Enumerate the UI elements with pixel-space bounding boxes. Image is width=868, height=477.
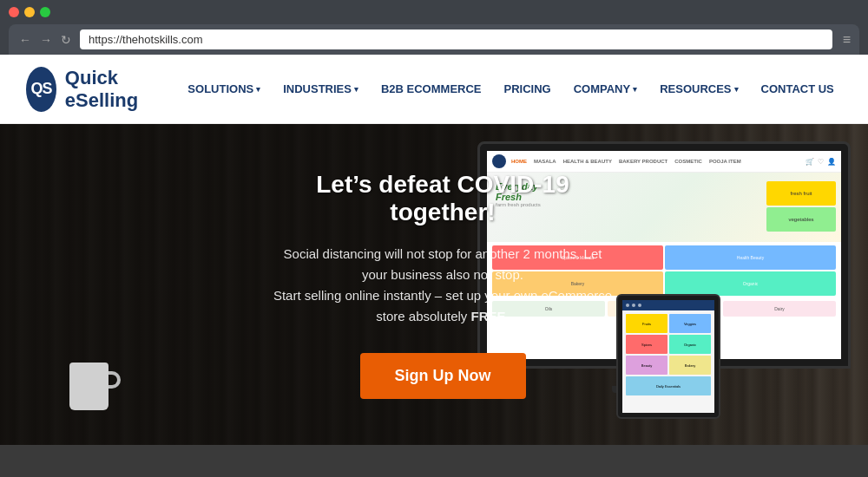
coffee-mug xyxy=(69,363,108,410)
browser-frame: ← → ↻ https://thehotskills.com ≡ xyxy=(0,0,868,55)
traffic-lights xyxy=(9,7,859,24)
chevron-down-icon: ▾ xyxy=(354,85,358,94)
browser-menu-icon[interactable]: ≡ xyxy=(843,32,851,48)
minimize-button[interactable] xyxy=(24,7,35,17)
brand-name: Quick eSelling xyxy=(65,67,154,112)
logo-icon: QS xyxy=(26,67,56,112)
chevron-down-icon: ▾ xyxy=(734,85,739,94)
hero-title: Let’s defeat COVID-19 together! xyxy=(269,171,616,226)
signup-button[interactable]: Sign Up Now xyxy=(360,353,526,399)
hero-content: Let’s defeat COVID-19 together! Social d… xyxy=(200,171,668,399)
chevron-down-icon: ▾ xyxy=(633,85,637,94)
screen-nav-pooja: POOJA ITEM xyxy=(709,159,741,164)
hero-subtitle: Social distancing will not stop for anot… xyxy=(269,244,616,327)
nav-menu: SOLUTIONS ▾ INDUSTRIES ▾ B2B ECOMMERCE P… xyxy=(179,77,842,101)
screen-nav-health: HEALTH & BEAUTY xyxy=(563,159,612,164)
screen-nav-items: HOME MASALA HEALTH & BEAUTY BAKERY PRODU… xyxy=(511,159,741,164)
address-bar[interactable]: https://thehotskills.com xyxy=(80,29,832,49)
browser-toolbar: ← → ↻ https://thehotskills.com ≡ xyxy=(9,24,859,55)
mug-body xyxy=(69,363,108,410)
nav-item-pricing[interactable]: PRICING xyxy=(496,77,560,101)
screen-nav-cosmetic: COSMETIC xyxy=(674,159,702,164)
chevron-down-icon: ▾ xyxy=(256,85,260,94)
nav-item-resources[interactable]: RESOURCES ▾ xyxy=(651,77,746,101)
tablet-product-4: Organic xyxy=(669,335,711,354)
back-button[interactable]: ← xyxy=(17,33,33,47)
screen-nav-bakery: BAKERY PRODUCT xyxy=(619,159,667,164)
screen-icons: 🛒 ♡ 👤 xyxy=(806,158,836,166)
nav-buttons: ← → ↻ xyxy=(17,33,73,47)
nav-item-b2b[interactable]: B2B ECOMMERCE xyxy=(372,77,490,101)
screen-product-fresh-fruit: fresh fruit xyxy=(766,181,836,206)
screen-logo xyxy=(492,154,506,168)
forward-button[interactable]: → xyxy=(38,33,54,47)
nav-item-company[interactable]: COMPANY ▾ xyxy=(565,77,646,101)
screen-grid-item-2: Health Beauty xyxy=(665,245,836,270)
logo-container[interactable]: QS Quick eSelling xyxy=(26,67,153,112)
website: QS Quick eSelling SOLUTIONS ▾ INDUSTRIES… xyxy=(0,55,868,445)
close-button[interactable] xyxy=(9,7,19,17)
navbar: QS Quick eSelling SOLUTIONS ▾ INDUSTRIES… xyxy=(0,55,868,124)
nav-item-industries[interactable]: INDUSTRIES ▾ xyxy=(274,77,367,101)
screen-product-vegetables: vegetables xyxy=(766,207,836,232)
tablet-product-6: Bakery xyxy=(669,356,711,375)
refresh-button[interactable]: ↻ xyxy=(59,33,73,47)
screen-navbar: HOME MASALA HEALTH & BEAUTY BAKERY PRODU… xyxy=(487,151,841,173)
screen-nav-home: HOME xyxy=(511,159,527,164)
nav-item-contact[interactable]: CONTACT US xyxy=(753,77,843,101)
screen-grid-item-4: Organic xyxy=(665,271,836,296)
hero-free-text: FREE xyxy=(471,309,506,323)
user-icon: 👤 xyxy=(827,158,836,166)
tablet-product-2: Veggies xyxy=(669,314,711,333)
cart-icon: 🛒 xyxy=(806,158,814,166)
hero-section: HOME MASALA HEALTH & BEAUTY BAKERY PRODU… xyxy=(0,124,868,445)
url-text: https://thehotskills.com xyxy=(89,33,203,46)
nav-item-solutions[interactable]: SOLUTIONS ▾ xyxy=(179,77,269,101)
maximize-button[interactable] xyxy=(40,7,50,17)
heart-icon: ♡ xyxy=(818,158,824,166)
screen-nav-masala: MASALA xyxy=(534,159,556,164)
